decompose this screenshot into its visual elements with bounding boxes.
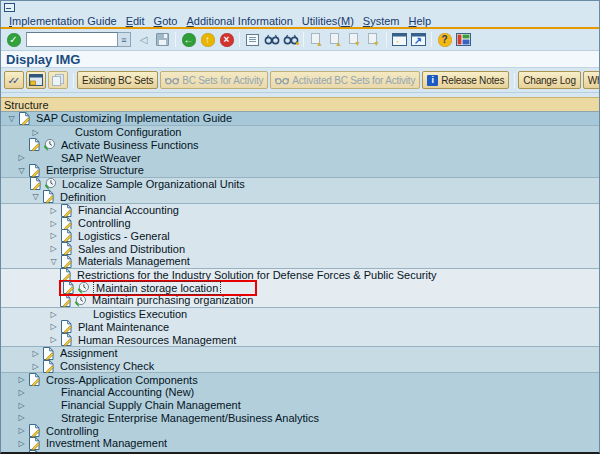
expander-closed-icon[interactable]: ▷ <box>15 439 28 448</box>
tree-row[interactable]: ▷ Plant Maintenance <box>1 321 599 334</box>
tree-row[interactable]: ▽ SAP Customizing Implementation Guide <box>1 112 599 126</box>
expander-closed-icon[interactable]: ▷ <box>47 219 60 228</box>
tree-row[interactable]: ▽ Materials Management <box>1 255 599 269</box>
doc-icon[interactable] <box>60 242 75 255</box>
tree-row[interactable]: ▷Financial Supply Chain Management <box>1 399 599 412</box>
enter-icon[interactable]: ✓ <box>5 32 22 48</box>
doc-icon[interactable] <box>62 281 77 294</box>
tree-row[interactable]: ▷ Financial Accounting <box>1 204 599 217</box>
tree-row[interactable]: Maintain purchasing organization <box>1 294 599 308</box>
menu-edit[interactable]: Edit <box>126 15 145 27</box>
menu-help[interactable]: Help <box>409 15 432 27</box>
tree-item-label[interactable]: Consistency Check <box>60 360 154 372</box>
doc-icon[interactable] <box>28 437 43 450</box>
menu-implementation-guide[interactable]: Implementation Guide <box>9 15 117 27</box>
expander-closed-icon[interactable]: ▷ <box>15 153 28 162</box>
help-icon[interactable]: ? <box>436 32 453 48</box>
tree-row[interactable]: ▽ Enterprise Structure <box>1 164 599 178</box>
command-field-list-icon[interactable]: ≡ <box>118 32 131 47</box>
tree-item-label[interactable]: Assignment <box>60 347 117 359</box>
tree-item-label[interactable]: Human Resources Management <box>78 334 236 346</box>
tree-item-label[interactable]: SAP Customizing Implementation Guide <box>36 112 232 124</box>
activity-icon[interactable] <box>43 138 58 151</box>
tree-row[interactable]: ▽ Definition <box>1 190 599 204</box>
tree-item-label[interactable]: Financial Accounting <box>78 204 179 216</box>
expander-open-icon[interactable]: ▽ <box>29 192 42 201</box>
last-page-icon[interactable]: ▼ <box>365 32 382 48</box>
tree-row[interactable]: Activate Business Functions <box>1 138 599 151</box>
command-history-icon[interactable]: ◁ <box>135 32 152 48</box>
expander-open-icon[interactable]: ▽ <box>5 114 18 123</box>
expander-closed-icon[interactable]: ▷ <box>29 128 42 137</box>
tree-item-label[interactable]: Logistics Execution <box>93 308 187 320</box>
tree-item-label[interactable]: Activate Business Functions <box>61 139 199 151</box>
copy-icon[interactable] <box>48 71 68 89</box>
existing-bc-sets-button[interactable]: Existing BC Sets <box>77 71 158 89</box>
expander-closed-icon[interactable]: ▷ <box>15 375 28 384</box>
tree-row[interactable]: Localize Sample Organizational Units <box>1 178 599 191</box>
change-log-button[interactable]: Change Log <box>518 71 581 89</box>
page-up-icon[interactable]: ▲ <box>327 32 344 48</box>
command-field[interactable] <box>26 32 118 47</box>
choose-icon[interactable]: ✓✓ <box>4 71 24 89</box>
menu-additional-information[interactable]: Additional Information <box>186 15 292 27</box>
display-bc-sets-icon[interactable] <box>26 71 46 89</box>
expander-closed-icon[interactable]: ▷ <box>29 362 42 371</box>
expander-closed-icon[interactable]: ▷ <box>47 244 60 253</box>
expander-closed-icon[interactable]: ▷ <box>29 349 42 358</box>
tree-row[interactable]: ▷Custom Configuration <box>1 126 599 139</box>
find-icon[interactable] <box>263 32 280 48</box>
tree-row[interactable]: Maintain storage location <box>1 281 599 294</box>
tree-row[interactable]: ▷ Controlling <box>1 424 599 437</box>
print-icon[interactable] <box>244 32 261 48</box>
menu-goto[interactable]: Goto <box>154 15 178 27</box>
release-notes-button[interactable]: iRelease Notes <box>422 71 509 89</box>
first-page-icon[interactable]: ▲ <box>308 32 325 48</box>
tree-item-label[interactable]: Logistics - General <box>78 230 170 242</box>
activity-icon[interactable] <box>77 281 92 294</box>
doc-icon[interactable] <box>28 138 43 151</box>
expander-closed-icon[interactable]: ▷ <box>15 401 28 410</box>
doc-icon[interactable] <box>60 229 75 242</box>
doc-icon[interactable] <box>28 450 43 452</box>
tree-item-label[interactable]: Cross-Application Components <box>46 374 198 386</box>
tree-row[interactable]: ▷ Controlling <box>1 217 599 230</box>
tree-item-label[interactable]: Maintain storage location <box>93 281 221 295</box>
expander-open-icon[interactable]: ▽ <box>47 257 60 266</box>
tree-item-label[interactable]: Plant Maintenance <box>78 321 169 333</box>
exit-icon[interactable]: ↑ <box>199 32 216 48</box>
activated-bc-sets-for-activity-button[interactable]: Activated BC Sets for Activity <box>270 71 420 89</box>
tree-row[interactable]: ▷Strategic Enterprise Management/Busines… <box>1 412 599 425</box>
tree-item-label[interactable]: Custom Configuration <box>75 126 181 138</box>
doc-icon[interactable] <box>42 360 57 373</box>
expander-closed-icon[interactable]: ▷ <box>15 426 28 435</box>
expander-open-icon[interactable]: ▽ <box>15 166 28 175</box>
tree-item-label[interactable]: Controlling <box>46 425 99 437</box>
tree-row[interactable]: ▷ Enterprise Controlling <box>1 450 599 452</box>
doc-icon[interactable] <box>28 164 43 177</box>
menu-utilities-m[interactable]: Utilities(M) <box>302 15 354 27</box>
find-next-icon[interactable] <box>282 32 299 48</box>
doc-icon[interactable] <box>28 373 43 386</box>
tree-row[interactable]: ▷Logistics Execution <box>1 308 599 321</box>
activity-icon[interactable] <box>44 177 59 190</box>
tree-item-label[interactable]: SAP NetWeaver <box>61 152 141 164</box>
back-icon[interactable]: ← <box>180 32 197 48</box>
menu-system[interactable]: System <box>363 15 400 27</box>
tree-item-label[interactable]: Strategic Enterprise Management/Business… <box>61 412 319 424</box>
cancel-icon[interactable]: × <box>218 32 235 48</box>
tree-row[interactable]: ▷ Human Resources Management <box>1 333 599 347</box>
doc-icon[interactable] <box>42 347 57 360</box>
doc-icon[interactable] <box>60 204 75 217</box>
expander-closed-icon[interactable]: ▷ <box>47 231 60 240</box>
tree-row[interactable]: ▷ Investment Management <box>1 437 599 450</box>
control-menu-icon[interactable] <box>4 3 15 12</box>
tree-item-label[interactable]: Localize Sample Organizational Units <box>62 178 245 190</box>
doc-icon[interactable] <box>60 217 75 230</box>
activity-icon[interactable] <box>74 294 89 307</box>
save-icon[interactable] <box>154 32 171 48</box>
doc-icon[interactable] <box>60 333 75 346</box>
doc-icon[interactable] <box>59 294 74 307</box>
doc-icon[interactable] <box>18 112 33 125</box>
expander-closed-icon[interactable]: ▷ <box>47 335 60 344</box>
